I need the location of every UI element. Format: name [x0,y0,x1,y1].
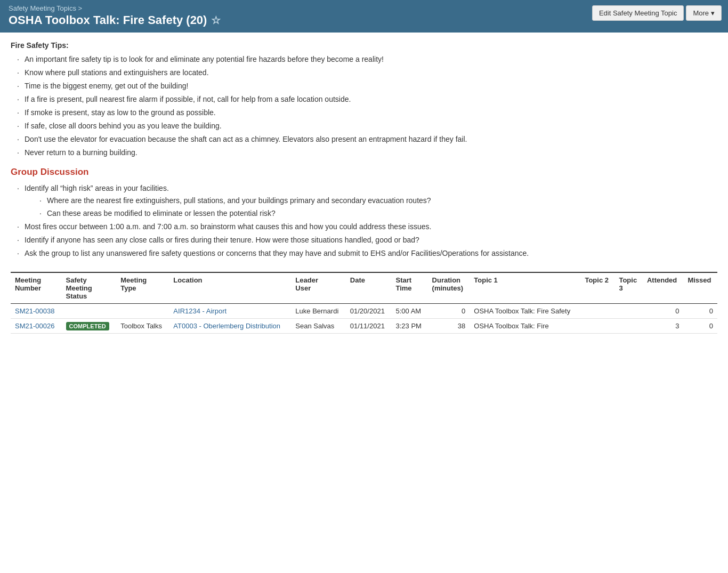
col-topic3: Topic3 [614,272,643,304]
group-discussion-bullet-item: Ask the group to list any unanswered fir… [17,248,717,259]
title-text: OSHA Toolbox Talk: Fire Safety (20) [9,13,207,27]
cell-topic1: OSHA Toolbox Talk: Fire [470,319,580,334]
fire-safety-bullet-item: If smoke is present, stay as low to the … [17,107,717,118]
group-discussion-bullet-item: Identify all “high risk” areas in your f… [17,183,717,219]
meeting-number-link[interactable]: SM21-00026 [15,322,54,330]
cell-duration: 0 [428,304,470,319]
table-header-row: MeetingNumber SafetyMeetingStatus Meetin… [11,272,717,304]
location-link[interactable]: AT0003 - Oberlemberg Distribution [173,322,280,330]
col-missed: Missed [683,272,717,304]
table-body: SM21-00038AIR1234 - AirportLuke Bernardi… [11,304,717,334]
group-discussion-section: Group Discussion Identify all “high risk… [11,167,717,259]
col-start-time: StartTime [391,272,427,304]
sub-bullet-item: Where are the nearest fire extinguishers… [39,195,717,206]
cell-start-time: 5:00 AM [391,304,427,319]
meetings-table: MeetingNumber SafetyMeetingStatus Meetin… [11,272,717,334]
fire-safety-bullet-item: An important fire safety tip is to look … [17,54,717,65]
col-topic2: Topic 2 [580,272,614,304]
header: Safety Meeting Topics > OSHA Toolbox Tal… [0,0,728,33]
fire-safety-title: Fire Safety Tips: [11,41,717,50]
cell-duration: 38 [428,319,470,334]
cell-start-time: 3:23 PM [391,319,427,334]
fire-safety-bullet-item: Time is the biggest enemy, get out of th… [17,80,717,92]
more-button[interactable]: More ▾ [686,5,722,21]
col-status: SafetyMeetingStatus [62,272,117,304]
cell-status: COMPLETED [62,319,117,334]
fire-safety-section: Fire Safety Tips: An important fire safe… [11,41,717,158]
cell-date: 01/20/2021 [346,304,392,319]
main-content: Fire Safety Tips: An important fire safe… [0,33,728,342]
cell-meeting-type [116,304,169,319]
cell-missed: 0 [683,319,717,334]
chevron-down-icon: ▾ [711,9,715,17]
cell-topic3 [614,304,643,319]
table-row: SM21-00038AIR1234 - AirportLuke Bernardi… [11,304,717,319]
cell-leader: Luke Bernardi [291,304,345,319]
cell-missed: 0 [683,304,717,319]
status-badge: COMPLETED [66,322,109,330]
cell-status [62,304,117,319]
col-location: Location [169,272,291,304]
cell-topic3 [614,319,643,334]
col-meeting-number: MeetingNumber [11,272,62,304]
col-meeting-type: MeetingType [116,272,169,304]
cell-date: 01/11/2021 [346,319,392,334]
breadcrumb-link[interactable]: Safety Meeting Topics > [9,4,82,12]
cell-attended: 0 [643,304,683,319]
cell-leader: Sean Salvas [291,319,345,334]
cell-topic2 [580,319,614,334]
cell-location: AIR1234 - Airport [169,304,291,319]
fire-safety-bullet-item: If safe, close all doors behind you as y… [17,120,717,132]
cell-meeting-number: SM21-00038 [11,304,62,319]
cell-attended: 3 [643,319,683,334]
header-actions: Edit Safety Meeting Topic More ▾ [592,5,722,21]
sub-bullet-list: Where are the nearest fire extinguishers… [25,195,717,219]
cell-location: AT0003 - Oberlemberg Distribution [169,319,291,334]
fire-safety-bullet-item: If a fire is present, pull nearest fire … [17,94,717,105]
more-label: More [693,9,709,17]
fire-safety-bullets: An important fire safety tip is to look … [11,54,717,158]
group-discussion-bullet-item: Identify if anyone has seen any close ca… [17,235,717,246]
group-discussion-bullet-item: Most fires occur between 1:00 a.m. and 7… [17,221,717,232]
col-duration: Duration(minutes) [428,272,470,304]
col-topic1: Topic 1 [470,272,580,304]
col-attended: Attended [643,272,683,304]
col-date: Date [346,272,392,304]
fire-safety-bullet-item: Don't use the elevator for evacuation be… [17,134,717,145]
location-link[interactable]: AIR1234 - Airport [173,307,227,315]
cell-topic1: OSHA Toolbox Talk: Fire Safety [470,304,580,319]
group-discussion-bullets: Identify all “high risk” areas in your f… [11,183,717,259]
cell-topic2 [580,304,614,319]
table-row: SM21-00026COMPLETEDToolbox TalksAT0003 -… [11,319,717,334]
fire-safety-bullet-item: Know where pull stations and extinguishe… [17,67,717,78]
cell-meeting-type: Toolbox Talks [116,319,169,334]
fire-safety-bullet-item: Never return to a burning building. [17,147,717,158]
sub-bullet-item: Can these areas be modified to eliminate… [39,208,717,219]
meeting-number-link[interactable]: SM21-00038 [15,307,54,315]
cell-meeting-number: SM21-00026 [11,319,62,334]
edit-safety-meeting-topic-button[interactable]: Edit Safety Meeting Topic [592,5,684,21]
favorite-star-icon[interactable]: ☆ [211,14,221,27]
group-discussion-title: Group Discussion [11,167,717,177]
col-leader: LeaderUser [291,272,345,304]
